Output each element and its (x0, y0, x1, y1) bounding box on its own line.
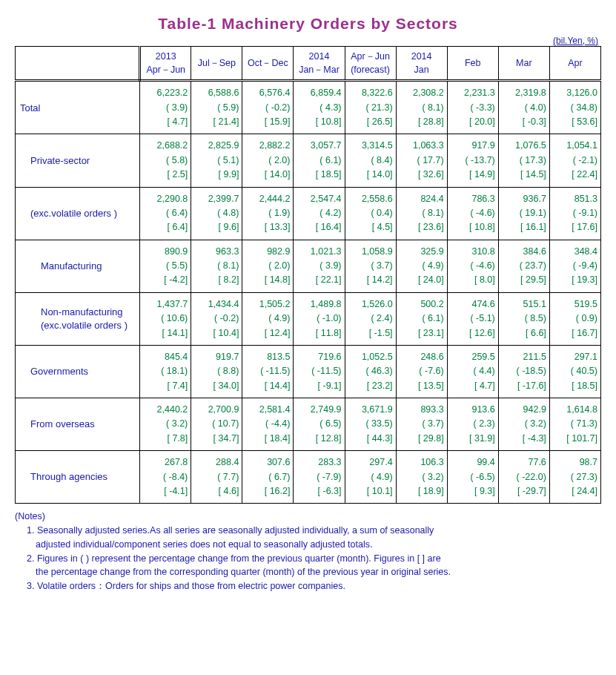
cell-gov-4: 1,052.5( 46.3)[ 23.2] (345, 345, 396, 398)
col-2014-jan: 2014Jan (396, 47, 447, 81)
cell-excvol-2: 2,444.2( 1.9)[ 13.3] (242, 187, 294, 240)
cell-mfg-0: 890.9( 5.5)[ -4.2] (140, 240, 191, 292)
col-apr: Apr (549, 47, 600, 81)
cell-agencies-3: 283.3( -7.9)[ -6.3] (294, 451, 345, 504)
col-2014-jan-mar: 2014Jan－Mar (294, 47, 345, 81)
row-label-excvol: (exc.volatile orders ) (16, 187, 140, 240)
cell-excvol-5: 824.4( 8.1)[ 23.6] (396, 187, 447, 240)
cell-overseas-7: 942.9( 3.2)[ -4.3] (498, 398, 549, 451)
cell-overseas-2: 2,581.4( -4.4)[ 18.4] (242, 398, 294, 451)
cell-private-1: 2,825.9( 5.1)[ 9.9] (191, 134, 242, 187)
cell-total-5: 2,308.2( 8.1)[ 28.8] (396, 81, 447, 134)
col-oct-dec: Oct－Dec (242, 47, 294, 81)
row-label-mfg: Manufacturing (16, 240, 140, 292)
row-label-overseas: From overseas (16, 398, 140, 451)
cell-private-6: 917.9( -13.7)[ 14.9] (447, 134, 498, 187)
cell-mfg-7: 384.6( 23.7)[ 29.5] (498, 240, 549, 292)
note-2b: the percentage change from the correspon… (36, 565, 601, 579)
cell-overseas-0: 2,440.2( 3.2)[ 7.8] (140, 398, 191, 451)
cell-gov-8: 297.1( 40.5)[ 18.5] (549, 345, 600, 398)
cell-nonmfg-5: 500.2( 6.1)[ 23.1] (396, 292, 447, 345)
note-1a: 1. Seasonally adjusted series.As all ser… (27, 524, 601, 538)
cell-private-7: 1,076.5( 17.3)[ 14.5] (498, 134, 549, 187)
cell-agencies-2: 307.6( 6.7)[ 16.2] (242, 451, 294, 504)
notes-head: (Notes) (15, 510, 601, 524)
table-row: Manufacturing890.9( 5.5)[ -4.2]963.3( 8.… (16, 240, 601, 292)
note-3: 3. Volatile orders：Orders for ships and … (27, 579, 601, 593)
cell-agencies-8: 98.7( 27.3)[ 24.4] (549, 451, 600, 504)
cell-agencies-6: 99.4( -6.5)[ 9.3] (447, 451, 498, 504)
cell-nonmfg-3: 1,489.8( -1.0)[ 11.8] (294, 292, 345, 345)
col-2013-apr-jun: 2013Apr－Jun (140, 47, 191, 81)
cell-agencies-4: 297.4( 4.9)[ 10.1] (345, 451, 396, 504)
note-2a: 2. Figures in ( ) represent the percenta… (27, 552, 601, 566)
header-blank (16, 47, 140, 81)
cell-gov-0: 845.4( 18.1)[ 7.4] (140, 345, 191, 398)
note-1b: adjusted individual/component series doe… (36, 538, 601, 552)
cell-total-6: 2,231.3( -3.3)[ 20.0] (447, 81, 498, 134)
cell-total-4: 8,322.6( 21.3)[ 26.5] (345, 81, 396, 134)
cell-nonmfg-2: 1,505.2( 4.9)[ 12.4] (242, 292, 294, 345)
cell-agencies-0: 267.8( -8.4)[ -4.1] (140, 451, 191, 504)
cell-gov-7: 211.5( -18.5)[ -17.6] (498, 345, 549, 398)
cell-overseas-5: 893.3( 3.7)[ 29.8] (396, 398, 447, 451)
table-row: From overseas2,440.2( 3.2)[ 7.8]2,700.9(… (16, 398, 601, 451)
cell-gov-6: 259.5( 4.4)[ 4.7] (447, 345, 498, 398)
table-row: Total6,223.2( 3.9)[ 4.7]6,588.6( 5.9)[ 2… (16, 81, 601, 134)
cell-mfg-2: 982.9( 2.0)[ 14.8] (242, 240, 294, 292)
cell-private-5: 1,063.3( 17.7)[ 32.6] (396, 134, 447, 187)
col-jul-sep: Jul－Sep (191, 47, 242, 81)
cell-gov-3: 719.6( -11.5)[ -9.1] (294, 345, 345, 398)
cell-total-2: 6,576.4( -0.2)[ 15.9] (242, 81, 294, 134)
cell-excvol-0: 2,290.8( 6.4)[ 6.4] (140, 187, 191, 240)
row-label-nonmfg: Non-manufacturing(exc.volatile orders ) (16, 292, 140, 345)
cell-mfg-5: 325.9( 4.9)[ 24.0] (396, 240, 447, 292)
row-label-private: Private-sector (16, 134, 140, 187)
cell-overseas-1: 2,700.9( 10.7)[ 34.7] (191, 398, 242, 451)
cell-overseas-6: 913.6( 2.3)[ 31.9] (447, 398, 498, 451)
cell-gov-2: 813.5( -11.5)[ 14.4] (242, 345, 294, 398)
notes-block: (Notes) 1. Seasonally adjusted series.As… (15, 510, 601, 593)
cell-total-7: 2,319.8( 4.0)[ -0.3] (498, 81, 549, 134)
row-label-total: Total (16, 81, 140, 134)
page-title: Table-1 Machinery Orders by Sectors (15, 15, 601, 33)
cell-agencies-1: 288.4( 7.7)[ 4.6] (191, 451, 242, 504)
cell-agencies-5: 106.3( 3.2)[ 18.9] (396, 451, 447, 504)
cell-private-3: 3,057.7( 6.1)[ 18.5] (294, 134, 345, 187)
col-mar: Mar (498, 47, 549, 81)
cell-overseas-4: 3,671.9( 33.5)[ 44.3] (345, 398, 396, 451)
cell-nonmfg-8: 519.5( 0.9)[ 16.7] (549, 292, 600, 345)
col-feb: Feb (447, 47, 498, 81)
cell-excvol-6: 786.3( -4.6)[ 10.8] (447, 187, 498, 240)
cell-excvol-3: 2,547.4( 4.2)[ 16.4] (294, 187, 345, 240)
table-row: Non-manufacturing(exc.volatile orders )1… (16, 292, 601, 345)
cell-excvol-1: 2,399.7( 4.8)[ 9.6] (191, 187, 242, 240)
cell-excvol-8: 851.3( -9.1)[ 17.6] (549, 187, 600, 240)
cell-total-8: 3,126.0( 34.8)[ 53.6] (549, 81, 600, 134)
cell-total-0: 6,223.2( 3.9)[ 4.7] (140, 81, 191, 134)
row-label-agencies: Through agencies (16, 451, 140, 504)
cell-private-2: 2,882.2( 2.0)[ 14.0] (242, 134, 294, 187)
table-row: (exc.volatile orders )2,290.8( 6.4)[ 6.4… (16, 187, 601, 240)
col-apr-jun-forecast: Apr－Jun(forecast) (345, 47, 396, 81)
cell-agencies-7: 77.6( -22.0)[ -29.7] (498, 451, 549, 504)
cell-nonmfg-1: 1,434.4( -0.2)[ 10.4] (191, 292, 242, 345)
cell-excvol-7: 936.7( 19.1)[ 16.1] (498, 187, 549, 240)
cell-nonmfg-7: 515.1( 8.5)[ 6.6] (498, 292, 549, 345)
unit-label: (bil.Yen, %) (15, 36, 598, 46)
table-row: Private-sector2,688.2( 5.8)[ 2.5]2,825.9… (16, 134, 601, 187)
cell-mfg-1: 963.3( 8.1)[ 8.2] (191, 240, 242, 292)
cell-nonmfg-4: 1,526.0( 2.4)[ -1.5] (345, 292, 396, 345)
cell-mfg-6: 310.8( -4.6)[ 8.0] (447, 240, 498, 292)
cell-excvol-4: 2,558.6( 0.4)[ 4.5] (345, 187, 396, 240)
cell-gov-5: 248.6( -7.6)[ 13.5] (396, 345, 447, 398)
cell-gov-1: 919.7( 8.8)[ 34.0] (191, 345, 242, 398)
table-header-row: 2013Apr－Jun Jul－Sep Oct－Dec 2014Jan－Mar … (16, 47, 601, 81)
cell-nonmfg-0: 1,437.7( 10.6)[ 14.1] (140, 292, 191, 345)
cell-overseas-8: 1,614.8( 71.3)[ 101.7] (549, 398, 600, 451)
cell-private-4: 3,314.5( 8.4)[ 14.0] (345, 134, 396, 187)
cell-total-3: 6,859.4( 4.3)[ 10.8] (294, 81, 345, 134)
table-row: Governments845.4( 18.1)[ 7.4]919.7( 8.8)… (16, 345, 601, 398)
cell-overseas-3: 2,749.9( 6.5)[ 12.8] (294, 398, 345, 451)
row-label-gov: Governments (16, 345, 140, 398)
